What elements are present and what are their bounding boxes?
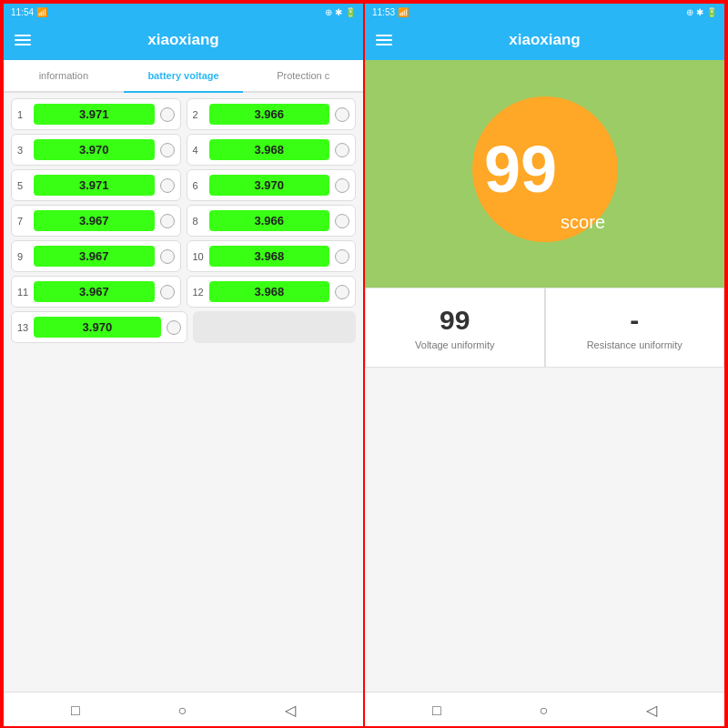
- cell-row-3: 5 3.971 6 3.970: [11, 169, 356, 201]
- score-label: score: [561, 212, 605, 242]
- cell-circle-8: [335, 214, 349, 228]
- cell-row-4: 7 3.967 8 3.966: [11, 205, 356, 237]
- left-status-bar: 11:54 📶 ⊕ ✱ 🔋: [4, 4, 363, 20]
- cell-circle-2: [335, 107, 349, 122]
- voltage-uniformity-label: Voltage uniformity: [415, 339, 494, 350]
- tab-battery-voltage[interactable]: battery voltage: [124, 60, 244, 93]
- cell-value-13: 3.970: [34, 317, 160, 338]
- right-nav-back[interactable]: ◁: [646, 702, 657, 719]
- left-menu-button[interactable]: [15, 35, 31, 46]
- right-phone: 11:53 📶 ⊕ ✱ 🔋 xiaoxiang 99 score 99: [365, 4, 724, 728]
- cell-circle-4: [335, 143, 349, 157]
- uniformity-row: 99 Voltage uniformity - Resistance unifo…: [365, 288, 724, 368]
- cell-value-10: 3.968: [209, 246, 329, 267]
- right-content-area: [365, 368, 724, 692]
- cell-grid: 1 3.971 2 3.966 3 3.970: [4, 93, 363, 349]
- cell-item-13: 13 3.970: [11, 311, 187, 343]
- cell-empty-14: [193, 311, 357, 343]
- voltage-uniformity-value: 99: [440, 305, 470, 336]
- right-icons: ⊕ ✱ 🔋: [686, 7, 717, 17]
- cell-number-7: 7: [17, 216, 28, 227]
- cell-circle-6: [335, 178, 349, 193]
- right-nav-home[interactable]: ○: [539, 703, 548, 719]
- left-tab-bar: information battery voltage Protection c: [4, 60, 363, 93]
- cell-value-3: 3.970: [34, 139, 155, 160]
- cell-value-8: 3.966: [209, 210, 330, 231]
- cell-number-12: 12: [193, 287, 204, 298]
- cell-number-8: 8: [193, 216, 204, 227]
- score-circle: 99 score: [472, 96, 618, 242]
- cell-value-4: 3.968: [209, 139, 330, 160]
- cell-item-12: 12 3.968: [187, 276, 357, 308]
- tab-information[interactable]: information: [4, 60, 124, 93]
- left-signal: 📶: [36, 7, 47, 17]
- cell-value-12: 3.968: [209, 281, 329, 302]
- left-app-title: xiaoxiang: [147, 31, 218, 49]
- cell-circle-1: [160, 107, 175, 122]
- right-time: 11:53: [372, 7, 395, 17]
- cell-number-1: 1: [17, 109, 28, 120]
- voltage-uniformity-card: 99 Voltage uniformity: [365, 288, 545, 368]
- cell-circle-13: [167, 320, 181, 335]
- left-app-bar: xiaoxiang: [4, 20, 363, 60]
- right-nav-recent[interactable]: □: [432, 703, 441, 719]
- cell-value-6: 3.970: [209, 175, 330, 196]
- resistance-uniformity-card: - Resistance uniformity: [545, 288, 725, 368]
- cell-item-7: 7 3.967: [11, 205, 181, 237]
- cell-row-5: 9 3.967 10 3.968: [11, 240, 356, 272]
- resistance-uniformity-label: Resistance uniformity: [587, 339, 682, 350]
- tab-protection[interactable]: Protection c: [243, 60, 363, 93]
- cell-item-1: 1 3.971: [11, 98, 181, 130]
- cell-circle-7: [160, 214, 175, 228]
- cell-item-10: 10 3.968: [187, 240, 357, 272]
- cell-circle-5: [160, 178, 175, 193]
- cell-row-6: 11 3.967 12 3.968: [11, 276, 356, 308]
- left-scroll-content: 1 3.971 2 3.966 3 3.970: [4, 93, 363, 692]
- cell-circle-12: [335, 285, 349, 299]
- left-icons: ⊕ ✱ 🔋: [325, 7, 356, 17]
- left-bottom-nav: □ ○ ◁: [4, 692, 363, 728]
- cell-circle-10: [335, 249, 349, 264]
- cell-circle-9: [160, 249, 175, 264]
- cell-item-6: 6 3.970: [187, 169, 357, 201]
- cell-number-10: 10: [193, 251, 204, 262]
- cell-value-2: 3.966: [209, 104, 330, 125]
- right-menu-button[interactable]: [376, 35, 392, 46]
- cell-item-5: 5 3.971: [11, 169, 181, 201]
- cell-value-7: 3.967: [34, 210, 155, 231]
- cell-value-9: 3.967: [34, 246, 155, 267]
- score-value: 99: [484, 136, 557, 202]
- left-time: 11:54: [11, 7, 34, 17]
- right-app-title: xiaoxiang: [509, 31, 580, 49]
- cell-item-3: 3 3.970: [11, 134, 181, 166]
- cell-item-4: 4 3.968: [187, 134, 357, 166]
- cell-circle-11: [160, 285, 175, 299]
- cell-number-2: 2: [193, 109, 204, 120]
- cell-number-5: 5: [17, 180, 28, 191]
- cell-number-6: 6: [193, 180, 204, 191]
- cell-row-2: 3 3.970 4 3.968: [11, 134, 356, 166]
- cell-value-1: 3.971: [34, 104, 155, 125]
- score-area: 99 score: [365, 60, 724, 288]
- cell-circle-3: [160, 143, 175, 157]
- left-nav-recent[interactable]: □: [71, 703, 80, 719]
- cell-row-7: 13 3.970: [11, 311, 356, 343]
- cell-item-2: 2 3.966: [187, 98, 357, 130]
- right-app-bar: xiaoxiang: [365, 20, 724, 60]
- cell-value-5: 3.971: [34, 175, 155, 196]
- cell-number-4: 4: [193, 145, 204, 156]
- left-nav-back[interactable]: ◁: [285, 702, 296, 719]
- left-nav-home[interactable]: ○: [177, 703, 187, 719]
- cell-item-9: 9 3.967: [11, 240, 181, 272]
- resistance-uniformity-value: -: [630, 305, 639, 336]
- cell-value-11: 3.967: [34, 281, 154, 302]
- cell-row-1: 1 3.971 2 3.966: [11, 98, 356, 130]
- right-status-bar: 11:53 📶 ⊕ ✱ 🔋: [365, 4, 724, 20]
- cell-number-13: 13: [17, 322, 28, 333]
- right-signal: 📶: [398, 7, 409, 17]
- right-bottom-nav: □ ○ ◁: [365, 692, 724, 728]
- cell-item-8: 8 3.966: [187, 205, 357, 237]
- cell-number-3: 3: [17, 145, 28, 156]
- cell-number-11: 11: [17, 287, 28, 298]
- cell-number-9: 9: [17, 251, 28, 262]
